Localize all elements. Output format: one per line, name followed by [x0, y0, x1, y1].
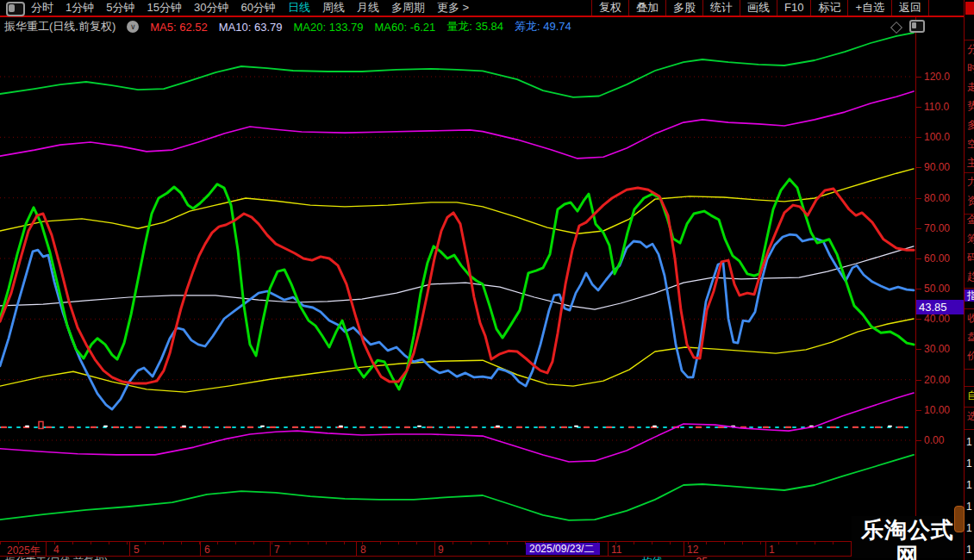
watermark: 乐淘公式网 www.60lt.com — [852, 516, 964, 558]
strip-digit: 1 — [966, 436, 972, 448]
y-label-60: 60.00 — [924, 252, 964, 264]
strip-menu-item[interactable]: 趋 — [967, 271, 974, 283]
legend-indicator-2: MA20: 133.79 — [294, 21, 364, 34]
button-统计[interactable]: 统计 — [702, 0, 740, 16]
tab-period-1分钟[interactable]: 1分钟 — [66, 0, 94, 16]
month-separator — [356, 542, 357, 556]
scrollbar-thumb[interactable] — [954, 506, 965, 532]
tab-period-分时[interactable]: 分时 — [31, 0, 53, 16]
button-多股[interactable]: 多股 — [665, 0, 702, 16]
month-label-9: 9 — [438, 544, 444, 556]
sidebar-toggle-icon[interactable] — [6, 2, 25, 16]
date-axis[interactable]: 2025年 2025/09/23/二 45678911121 — [0, 541, 964, 557]
series-MA60-lower-band — [0, 455, 914, 520]
watermark-site-name: 乐淘公式网 — [852, 517, 964, 560]
strip-menu-item[interactable]: 选 — [967, 410, 974, 422]
button-返回[interactable]: 返回 — [891, 0, 929, 16]
button-叠加[interactable]: 叠加 — [628, 0, 665, 16]
strip-digit: 1 — [966, 501, 972, 513]
legend-indicator-3: MA60: -6.21 — [374, 21, 435, 34]
toolbar-actions: 复权叠加多股统计画线F10标记+自选返回 — [591, 0, 929, 16]
month-label-7: 7 — [274, 544, 280, 556]
tab-period-15分钟[interactable]: 15分钟 — [147, 0, 181, 16]
clipped-text-fragment: ▪ 35 — [690, 557, 708, 560]
strip-menu-item[interactable]: 盘 — [967, 331, 974, 343]
strip-menu-item[interactable]: 势 — [967, 100, 974, 112]
button-标记[interactable]: 标记 — [810, 0, 847, 16]
next-panel-clipped-row: 振华重工(日线.前复权)均线▪ 35 — [0, 557, 964, 560]
button-画线[interactable]: 画线 — [740, 0, 777, 16]
strip-digit: 1 — [966, 522, 972, 534]
right-sidebar-strip[interactable]: 分时走势多空主力资金筹码趋指收盘价自选111111 — [964, 0, 974, 560]
strip-separator — [965, 308, 974, 309]
button-+自选[interactable]: +自选 — [847, 0, 891, 16]
y-label-120: 120.0 — [924, 71, 964, 83]
tab-period-日线[interactable]: 日线 — [288, 0, 310, 16]
month-separator — [765, 542, 766, 556]
strip-separator — [965, 429, 974, 430]
tab-period-周线[interactable]: 周线 — [322, 0, 345, 16]
month-separator — [434, 542, 435, 556]
strip-menu-item[interactable]: 力 — [967, 176, 974, 188]
strip-menu-item[interactable]: 主 — [967, 157, 974, 169]
tab-period-5分钟[interactable]: 5分钟 — [106, 0, 134, 16]
strip-menu-item-selected[interactable]: 指 — [965, 289, 974, 302]
strip-menu-item[interactable]: 金 — [967, 214, 974, 226]
chevron-down-icon[interactable]: ∨ — [127, 21, 139, 33]
year-label: 2025年 — [7, 544, 41, 558]
strip-separator — [965, 407, 974, 408]
strip-separator — [965, 288, 974, 289]
y-label-30: 30.00 — [924, 343, 964, 355]
series-liang-long-green — [0, 179, 914, 389]
y-label-40: 40.00 — [924, 313, 964, 325]
panel-toggle-icon[interactable] — [909, 20, 925, 33]
legend-row: 振华重工(日线.前复权) ∨ MA5: 62.52MA10: 63.79MA20… — [4, 20, 571, 34]
legend-indicator-5: 筹龙: 49.74 — [515, 19, 571, 34]
strip-menu-item[interactable]: 价 — [967, 350, 974, 362]
legend-indicator-1: MA10: 63.79 — [219, 21, 283, 34]
y-label-110: 110.0 — [924, 101, 964, 113]
y-tick-110 — [915, 107, 921, 108]
button-F10[interactable]: F10 — [777, 0, 810, 16]
strip-menu-item[interactable]: 多 — [967, 119, 974, 131]
y-label-10: 10.00 — [924, 404, 964, 416]
month-label-11: 11 — [611, 544, 621, 556]
y-label-0: 0.00 — [924, 434, 964, 446]
strip-menu-item[interactable]: 走 — [967, 81, 974, 93]
y-tick-100 — [915, 137, 921, 138]
tab-period-60分钟[interactable]: 60分钟 — [240, 0, 275, 16]
y-label-20: 20.00 — [924, 374, 964, 386]
month-label-8: 8 — [360, 544, 366, 556]
y-label-80: 80.00 — [924, 192, 964, 204]
tab-period-月线[interactable]: 月线 — [357, 0, 379, 16]
strip-menu-item[interactable]: 码 — [967, 252, 974, 264]
y-label-70: 70.00 — [924, 222, 964, 234]
strip-menu-item[interactable]: 收 — [967, 312, 974, 324]
button-复权[interactable]: 复权 — [591, 0, 628, 16]
strip-menu-item[interactable]: 资 — [967, 195, 974, 207]
y-tick-10 — [915, 410, 921, 411]
date-axis-ticks — [0, 542, 964, 544]
indicator-chart[interactable] — [0, 17, 915, 541]
tab-period-多周期[interactable]: 多周期 — [391, 0, 425, 16]
strip-menu-item[interactable]: 分 — [967, 43, 974, 55]
tab-period-30分钟[interactable]: 30分钟 — [194, 0, 228, 16]
top-toolbar: 分时1分钟5分钟15分钟30分钟60分钟日线周线月线多周期更多 > 复权叠加多股… — [0, 0, 974, 17]
price-tag: 43.85 — [916, 300, 965, 314]
strip-menu-item[interactable]: 筹 — [967, 233, 974, 245]
month-label-1: 1 — [769, 544, 775, 556]
month-label-4: 4 — [53, 544, 59, 556]
month-label-5: 5 — [134, 544, 140, 556]
y-tick-20 — [915, 380, 921, 381]
month-label-12: 12 — [687, 544, 698, 556]
y-tick-50 — [915, 289, 921, 289]
y-label-100: 100.0 — [924, 131, 964, 143]
strip-menu-item[interactable]: 时 — [967, 62, 974, 74]
tab-period-更多 >[interactable]: 更多 > — [437, 0, 469, 16]
app-window: { "toolbar": { "nav": [ {"label": "分时", … — [0, 0, 974, 560]
y-tick-0 — [915, 440, 921, 441]
strip-menu-item[interactable]: 空 — [967, 138, 974, 150]
period-nav: 分时1分钟5分钟15分钟30分钟60分钟日线周线月线多周期更多 > — [31, 0, 469, 16]
strip-menu-item[interactable]: 自 — [967, 389, 974, 401]
strip-digit: 1 — [966, 544, 972, 556]
